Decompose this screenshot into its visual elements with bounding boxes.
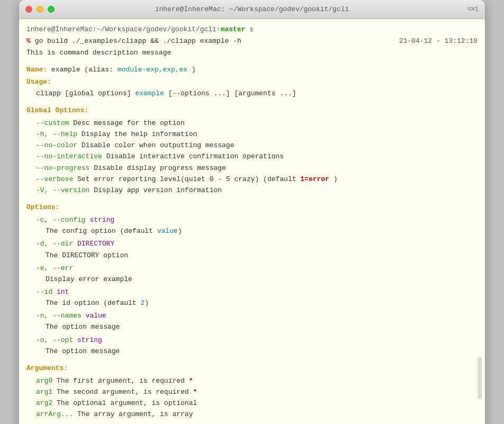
minimize-button[interactable] xyxy=(37,6,43,13)
scrollbar-thumb[interactable] xyxy=(478,357,482,399)
terminal-body[interactable]: inhere@InhereMac:~/Workspace/godev/gooki… xyxy=(19,19,485,424)
name-label: Name: xyxy=(26,66,47,74)
usage-label-line: Usage: xyxy=(26,77,478,87)
option-opt-desc: The option message xyxy=(26,346,478,357)
option-err-desc: Display error example xyxy=(26,274,478,285)
branch-symbol: ± xyxy=(249,25,254,33)
maximize-button[interactable] xyxy=(48,6,55,13)
option-err: -e, --err xyxy=(26,263,478,274)
arg-arrarg: arrArg... The array argument, is array xyxy=(26,409,478,420)
command-text: go build ./_examples/cliapp && ./cliapp … xyxy=(35,37,241,45)
window-title: inhere@InhereMac: ~/Workspace/godev/gook… xyxy=(155,5,349,13)
branch-name: ↑master xyxy=(217,25,246,33)
prompt-symbol: % xyxy=(26,37,31,45)
usage-label: Usage: xyxy=(26,78,51,86)
option-dir: -d, --dir DIRECTORY xyxy=(26,239,478,249)
usage-command: example xyxy=(135,89,164,97)
option-names: -n, --names value xyxy=(26,311,478,321)
option-opt: -o, --opt string xyxy=(26,335,478,346)
global-option-no-interactive: --no-interactive Disable interactive con… xyxy=(26,151,478,162)
name-alias: module-exp,exp,ex xyxy=(118,66,188,74)
option-id: --id int xyxy=(26,287,478,297)
traffic-lights xyxy=(25,6,55,13)
option-config-desc: The config option (default value) xyxy=(26,226,478,237)
prompt-line: inhere@InhereMac:~/Workspace/godev/gooki… xyxy=(26,24,478,35)
titlebar: inhere@InhereMac: ~/Workspace/godev/gook… xyxy=(19,0,485,19)
timestamp: 21-04-12 - 13:12:10 xyxy=(399,36,478,47)
option-config: -c, --config string xyxy=(26,215,478,225)
scrollbar-track[interactable] xyxy=(478,23,482,410)
keyboard-shortcut: ⌥⌘1 xyxy=(467,5,479,13)
arg-arg1: arg1 The second argument, is required * xyxy=(26,387,478,398)
global-option-verbose: --verbose Set error reporting level(quie… xyxy=(26,174,478,185)
command-line: % go build ./_examples/cliapp && ./cliap… xyxy=(26,36,478,47)
usage-value-line: cliapp [global options] example [--optio… xyxy=(26,88,478,99)
description-line: This is command description message xyxy=(26,48,478,58)
global-option-no-color: --no-color Disable color when outputting… xyxy=(26,140,478,151)
option-dir-desc: The DIRECTORY option xyxy=(26,250,478,261)
close-button[interactable] xyxy=(25,6,32,13)
global-option-help: -h, --help Display the help information xyxy=(26,129,478,140)
name-line: Name: example (alias: module-exp,exp,ex … xyxy=(26,65,478,75)
name-value: example (alias: xyxy=(51,66,118,74)
arguments-label: Arguments: xyxy=(26,363,478,374)
option-id-desc: The id option (default 2) xyxy=(26,298,478,309)
global-option-no-progress: --no-progress Disable display progress m… xyxy=(26,163,478,174)
options-label: Options: xyxy=(26,202,478,213)
global-option-version: -V, --version Display app version inform… xyxy=(26,185,478,196)
terminal-window: inhere@InhereMac: ~/Workspace/godev/gook… xyxy=(19,0,485,424)
prompt-user: inhere@InhereMac:~/Workspace/godev/gooki… xyxy=(26,25,217,33)
arg-arg0: arg0 The first argument, is required * xyxy=(26,376,478,386)
arg-arg2: arg2 The optional argument, is optional xyxy=(26,398,478,409)
global-option-custom: --custom Desc message for the option xyxy=(26,118,478,129)
global-options-label: Global Options: xyxy=(26,105,478,116)
option-names-desc: The option message xyxy=(26,322,478,332)
